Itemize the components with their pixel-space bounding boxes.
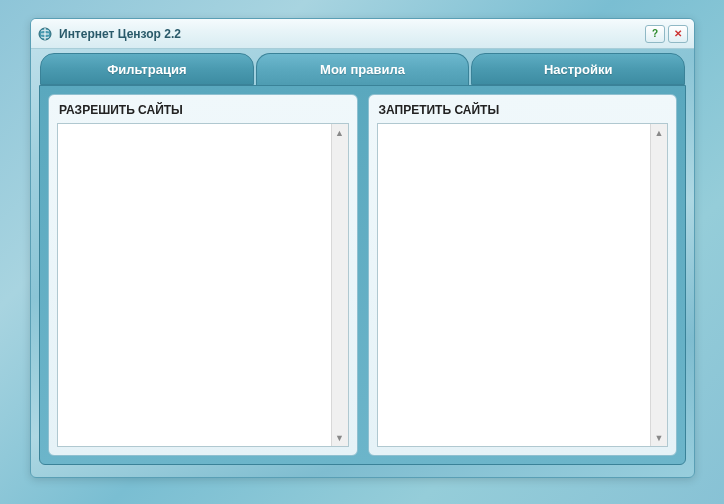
scroll-up-icon[interactable]: ▲: [332, 124, 347, 141]
tab-myrules[interactable]: Мои правила: [256, 53, 470, 85]
scroll-up-icon[interactable]: ▲: [652, 124, 667, 141]
deny-scrollbar[interactable]: ▲ ▼: [650, 124, 667, 446]
allow-list-container: ▲ ▼: [57, 123, 349, 447]
tab-filtering-label: Фильтрация: [107, 62, 186, 77]
deny-panel: ЗАПРЕТИТЬ САЙТЫ ▲ ▼: [368, 94, 678, 456]
deny-list[interactable]: [378, 124, 651, 446]
tab-settings-label: Настройки: [544, 62, 613, 77]
close-button[interactable]: ✕: [668, 25, 688, 43]
scroll-down-icon[interactable]: ▼: [332, 429, 347, 446]
app-icon: [37, 26, 53, 42]
scroll-down-icon[interactable]: ▼: [652, 429, 667, 446]
titlebar: Интернет Цензор 2.2 ? ✕: [31, 19, 694, 49]
tab-settings[interactable]: Настройки: [471, 53, 685, 85]
help-button[interactable]: ?: [645, 25, 665, 43]
deny-panel-title: ЗАПРЕТИТЬ САЙТЫ: [377, 103, 669, 117]
allow-panel: РАЗРЕШИТЬ САЙТЫ ▲ ▼: [48, 94, 358, 456]
allow-panel-title: РАЗРЕШИТЬ САЙТЫ: [57, 103, 349, 117]
deny-list-container: ▲ ▼: [377, 123, 669, 447]
allow-scrollbar[interactable]: ▲ ▼: [331, 124, 348, 446]
tab-filtering[interactable]: Фильтрация: [40, 53, 254, 85]
app-window: Интернет Цензор 2.2 ? ✕ Фильтрация Мои п…: [30, 18, 695, 478]
tab-bar: Фильтрация Мои правила Настройки: [31, 53, 694, 85]
window-title: Интернет Цензор 2.2: [59, 27, 642, 41]
tab-myrules-label: Мои правила: [320, 62, 405, 77]
content-area: РАЗРЕШИТЬ САЙТЫ ▲ ▼ ЗАПРЕТИТЬ САЙТЫ ▲ ▼: [39, 85, 686, 465]
allow-list[interactable]: [58, 124, 331, 446]
